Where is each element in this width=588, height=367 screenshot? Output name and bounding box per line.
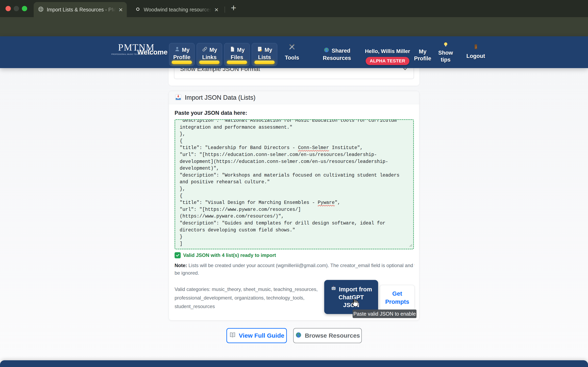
get-prompts-line2: Prompts (385, 298, 409, 306)
chatgpt-favicon-icon (135, 6, 141, 13)
check-mark-icon (174, 252, 181, 258)
user-greeting-block: Hello, Willis Miller ALPHA TESTER (361, 48, 414, 65)
nav-label: Show (438, 49, 453, 56)
site-navbar: PMTNM PROFESSIONAL MUSIC TEACHERS OF NEW… (0, 36, 588, 68)
browse-resources-button[interactable]: Browse Resources (293, 328, 362, 343)
nav-label: Tools (285, 54, 299, 61)
nav-label: My (237, 47, 245, 53)
paste-json-label: Paste your JSON data here: (174, 110, 247, 116)
import-card-title: Import JSON Data (Lists) (185, 94, 255, 101)
nav-label: Files (231, 54, 243, 61)
note-text-line1: Lists will be created under your account… (187, 263, 415, 268)
categories-line: student_resources (174, 302, 318, 311)
inbox-tray-icon (174, 94, 182, 102)
note-text-line2: be ignored. (174, 269, 415, 277)
get-prompts-button[interactable]: Get Prompts (380, 285, 415, 310)
categories-line: Valid categories: music_theory, sheet_mu… (174, 285, 318, 294)
note-label: Note: (174, 263, 187, 268)
new-tab-button[interactable]: + (228, 3, 239, 13)
view-full-guide-label: View Full Guide (239, 332, 285, 339)
textarea-resize-handle[interactable] (408, 243, 412, 248)
link-icon (202, 46, 208, 54)
globe-favicon-icon (38, 6, 44, 13)
book-icon (229, 332, 236, 340)
tab-title: Import Lists & Resources - PM (47, 7, 116, 13)
globe-icon (295, 332, 302, 340)
nav-label: My (265, 47, 272, 53)
tab-title: Woodwind teaching resources (144, 7, 212, 13)
valid-categories-text: Valid categories: music_theory, sheet_mu… (174, 285, 318, 311)
tab-close-icon[interactable]: × (119, 6, 123, 13)
view-full-guide-button[interactable]: View Full Guide (226, 328, 287, 343)
nav-label: Shared (332, 47, 350, 54)
active-underline (254, 60, 275, 64)
json-textarea[interactable]: "description": "National Association for… (174, 119, 414, 249)
nav-tools[interactable]: Tools (283, 44, 301, 61)
door-icon (473, 44, 479, 51)
nav-my-lists[interactable]: My Lists (252, 43, 277, 66)
nav-label: My (419, 48, 426, 55)
tools-icon (288, 44, 295, 52)
nav-label: Links (202, 54, 217, 61)
lightbulb-icon (443, 42, 449, 49)
import-button-tooltip: Paste valid JSON to enable (353, 309, 416, 318)
nav-label: Logout (466, 53, 485, 59)
active-underline (172, 60, 192, 64)
nav-my-profile-link[interactable]: My Profile (412, 48, 433, 62)
tab-close-icon[interactable]: × (214, 6, 218, 13)
categories-line: professional_development, organizations,… (174, 294, 318, 302)
browse-resources-label: Browse Resources (305, 332, 360, 339)
window-zoom-button[interactable] (22, 6, 27, 11)
nav-my-links[interactable]: My Links (197, 43, 222, 66)
memo-icon (257, 46, 263, 54)
browser-window: Import Lists & Resources - PM × Woodwind… (0, 0, 588, 367)
nav-label: Profile (173, 54, 190, 61)
import-card-header: Import JSON Data (Lists) (169, 91, 419, 104)
nav-my-files[interactable]: My Files (224, 43, 250, 66)
import-json-card: Import JSON Data (Lists) Paste your JSON… (169, 91, 419, 320)
globe-icon (323, 47, 329, 55)
get-prompts-line1: Get (392, 290, 402, 298)
nav-show-tips[interactable]: Show tips (436, 42, 455, 63)
account-note: Note: Lists will be created under your a… (174, 262, 415, 277)
tab-strip: Import Lists & Resources - PM × Woodwind… (0, 0, 588, 17)
user-greeting: Hello, Willis Miller (361, 48, 414, 54)
json-textarea-content: "description": "National Association for… (180, 119, 409, 247)
window-minimize-button[interactable] (14, 6, 19, 11)
nav-label: Profile (414, 55, 431, 62)
browser-toolbar: pmtnm.org/import_resources.php New Chrom… (0, 17, 588, 36)
file-icon (229, 46, 235, 54)
active-underline (227, 60, 247, 64)
robot-icon (330, 285, 337, 293)
nav-label: Lists (258, 54, 271, 61)
site-footer (0, 360, 588, 367)
nav-my-profile[interactable]: My Profile (169, 43, 195, 66)
tab-woodwind-resources[interactable]: Woodwind teaching resources × (131, 2, 223, 17)
tab-import-lists[interactable]: Import Lists & Resources - PM × (34, 2, 127, 17)
import-button-line1: Import from (339, 285, 372, 293)
welcome-text: Welcome (137, 48, 168, 56)
nav-label: My (182, 47, 190, 53)
nav-label: My (209, 47, 217, 53)
nav-shared-resources[interactable]: Shared Resources (315, 47, 358, 62)
hand-cursor-icon (350, 298, 360, 308)
alpha-tester-badge: ALPHA TESTER (366, 57, 409, 65)
person-icon (174, 46, 180, 54)
active-underline (199, 60, 219, 64)
tab-divider (225, 7, 225, 13)
nav-label: Resources (323, 55, 351, 62)
nav-label: tips (441, 56, 450, 63)
validation-message: Valid JSON with 4 list(s) ready to impor… (183, 252, 276, 258)
validation-status: Valid JSON with 4 list(s) ready to impor… (174, 252, 276, 258)
nav-logout[interactable]: Logout (466, 44, 486, 59)
window-close-button[interactable] (6, 6, 11, 11)
import-from-chatgpt-button[interactable]: Import from ChatGPT JSON (324, 280, 378, 314)
